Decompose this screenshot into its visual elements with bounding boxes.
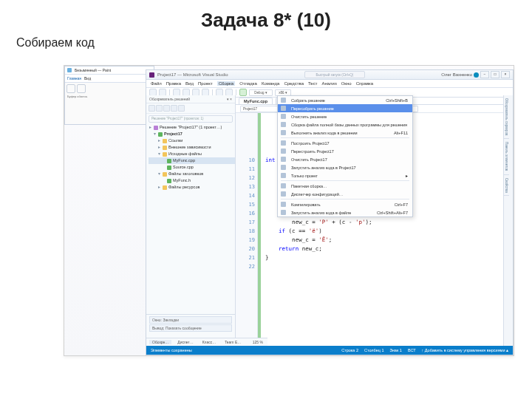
vs-titlebar: Project17 — Microsoft Visual Studio Быст…	[146, 70, 513, 80]
code-editor: MyFunc.cppSource.cppMyFunc.h Project17 (…	[236, 95, 503, 346]
collapse-icon[interactable]	[163, 105, 170, 112]
tree-item[interactable]: MyFunc.h	[149, 177, 235, 184]
solution-explorer-title: Обозреватель решений	[149, 97, 190, 101]
menu-правка[interactable]: Правка	[166, 81, 181, 86]
menu-item[interactable]: Сборка файла полной базы данных программ…	[278, 120, 412, 129]
paint-tab-home[interactable]: Главная	[67, 76, 81, 81]
tab-dispatcher[interactable]: Диспет…	[174, 340, 196, 344]
tree-label: MyFunc.h	[173, 177, 191, 184]
quick-launch-input[interactable]: Быстрый запуск (Ctrl+Q)	[304, 71, 365, 78]
tree-item[interactable]: ▾Исходные файлы	[149, 151, 235, 157]
tab-team-explorer[interactable]: Team E…	[222, 340, 244, 344]
tree-item[interactable]: ▸Внешние зависимости	[149, 144, 235, 151]
menu-item-icon	[281, 130, 286, 135]
tree-item[interactable]: ▾Project17	[149, 131, 235, 137]
menu-item-icon	[281, 191, 286, 197]
fol-icon	[163, 185, 167, 190]
solution-search-input[interactable]: Решение "Project17" (проектов: 1)	[149, 115, 233, 123]
menu-команда[interactable]: Команда	[262, 81, 279, 86]
tree-item[interactable]: ▸Файлы ресурсов	[149, 184, 235, 191]
server-explorer-tab[interactable]: Обозреватель серверов	[504, 95, 509, 139]
menu-отладка[interactable]: Отладка	[239, 81, 257, 86]
properties-icon[interactable]	[178, 105, 185, 112]
menu-item[interactable]: Очистить решение	[278, 112, 412, 120]
menu-item-icon	[281, 149, 286, 154]
menu-item-shortcut: Ctrl+Shift+B	[386, 98, 408, 103]
menu-файл[interactable]: Файл	[151, 81, 162, 86]
solution-explorer-toolbar	[146, 103, 235, 114]
menu-item[interactable]: Очистить Project17	[278, 155, 412, 163]
vs-logo-icon	[149, 72, 154, 78]
home-icon[interactable]	[149, 105, 155, 112]
panel-pin-icon[interactable]: ▾ ×	[227, 97, 232, 101]
menu-item[interactable]: Выполнить анализ кода в решенииAlt+F11	[278, 129, 412, 137]
menu-вид[interactable]: Вид	[185, 81, 194, 86]
tree-item[interactable]: ▸Решение "Project17" (1 проект…)	[149, 124, 235, 131]
paint-tab-view[interactable]: Вид	[84, 76, 91, 81]
tab-solution-explorer[interactable]: Обозре…	[149, 340, 171, 344]
paint-select-button[interactable]	[77, 84, 86, 93]
menu-справка[interactable]: Справка	[356, 81, 374, 86]
fol-icon	[163, 139, 167, 143]
toolbox-tab[interactable]: Панель элементов	[504, 139, 509, 174]
source-control-add[interactable]: ↑ Добавить в систему управления версиями…	[422, 348, 508, 352]
menu-item-label: Запустить анализ кода в Project17	[291, 166, 356, 170]
menu-тест[interactable]: Тест	[308, 81, 317, 86]
tree-item[interactable]: Source.cpp	[149, 164, 235, 171]
menu-средства[interactable]: Средства	[284, 81, 304, 86]
tree-label: Внешние зависимости	[168, 144, 211, 151]
build-menu-dropdown: Собрать решениеCtrl+Shift+BПересобрать р…	[277, 95, 413, 217]
menu-item[interactable]: Запустить анализ кода в Project17	[278, 163, 412, 171]
sol-icon	[154, 126, 158, 130]
tree-item[interactable]: ▸Ссылки	[149, 137, 235, 144]
menu-item-icon	[281, 165, 286, 170]
tree-label: Project17	[164, 131, 183, 137]
avatar-icon	[474, 72, 479, 78]
tab-class-view[interactable]: Класс…	[200, 340, 219, 344]
slide-subtitle: Собираем код	[16, 36, 532, 50]
menu-проект[interactable]: Проект	[198, 81, 213, 86]
vs-window-title: Project17 — Microsoft Visual Studio	[157, 72, 228, 77]
paint-paste-button[interactable]	[66, 84, 75, 93]
menu-item[interactable]: Пересобрать решение	[278, 104, 412, 112]
menu-item[interactable]: Перестроить Project17	[278, 147, 412, 155]
zoom-label[interactable]: 125 %	[250, 340, 267, 344]
maximize-button[interactable]: □	[491, 71, 499, 78]
cpp-icon	[167, 159, 171, 163]
menu-item[interactable]: Только проект▸	[278, 171, 412, 180]
tree-label: MyFunc.cpp	[173, 157, 195, 164]
menu-item[interactable]: Построить Project17	[278, 139, 412, 147]
menu-item[interactable]: Запустить анализ кода в файлеCtrl+Shift+…	[278, 208, 412, 216]
paint-window: Безымянный — Paint Главная Вид Буфер обм…	[64, 66, 154, 125]
paint-ribbon-tabs: Главная Вид	[65, 75, 154, 83]
paint-ribbon	[65, 83, 154, 95]
paint-title: Безымянный — Paint	[75, 68, 111, 72]
show-all-icon[interactable]	[171, 105, 177, 112]
menu-item[interactable]: Собрать решениеCtrl+Shift+B	[278, 96, 412, 104]
menu-item-icon	[281, 140, 286, 146]
solution-explorer-panel: Обозреватель решений ▾ × Решение "Projec…	[146, 95, 236, 346]
bookmarks-tab[interactable]: Окно: Закладки	[149, 316, 232, 324]
paint-titlebar: Безымянный — Paint	[65, 66, 154, 75]
minimize-button[interactable]: −	[480, 71, 489, 78]
menu-item[interactable]: Диспетчер конфигураций…	[278, 190, 412, 198]
properties-tab[interactable]: Свойства	[504, 175, 509, 197]
menu-сборка[interactable]: Сборка	[217, 81, 236, 86]
menu-item[interactable]: Пакетная сборка…	[278, 182, 412, 190]
menu-item-shortcut: Ctrl+F7	[395, 202, 408, 207]
tree-item[interactable]: MyFunc.cpp	[149, 157, 235, 164]
editor-tab[interactable]: MyFunc.cpp	[239, 98, 273, 104]
output-tab[interactable]: Вывод: Показать сообщение	[149, 324, 232, 332]
menu-окно[interactable]: Окно	[341, 81, 352, 86]
tree-item[interactable]: ▾Файлы заголовков	[149, 171, 235, 177]
menu-item-icon	[281, 173, 286, 178]
refresh-icon[interactable]	[156, 105, 163, 112]
menu-item-label: Очистить Project17	[291, 157, 327, 162]
solution-tree: ▸Решение "Project17" (1 проект…)▾Project…	[146, 124, 235, 314]
menu-item[interactable]: КомпилироватьCtrl+F7	[278, 200, 412, 208]
menu-анализ[interactable]: Анализ	[321, 81, 336, 86]
right-side-tabs: Обозреватель серверов Панель элементов С…	[503, 95, 513, 346]
close-button[interactable]: ×	[501, 71, 510, 78]
tree-label: Решение "Project17" (1 проект…)	[160, 124, 222, 131]
account-button[interactable]: Олег Вахненко	[441, 72, 479, 78]
